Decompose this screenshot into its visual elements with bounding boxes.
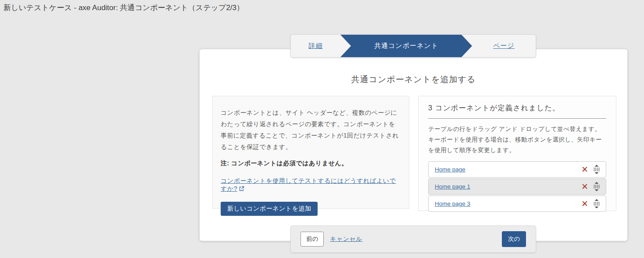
components-count-heading: 3 コンポーネントが定義されました。: [428, 103, 606, 119]
delete-component-icon[interactable]: ✕: [581, 165, 588, 174]
wizard-card: 共通コンポーネントを追加する コンポーネントとは、サイト ヘッダーなど、複数のペ…: [200, 49, 627, 241]
component-help-link[interactable]: コンポーネントを使用してテストするにはどうすればよいですか?: [221, 177, 401, 193]
wizard-footer: 前の キャンセル 次の: [290, 225, 536, 253]
page-title: 新しいテストケース - axe Auditor: 共通コンポーネント（ステップ2…: [4, 3, 244, 13]
component-row: Home page 3 ✕: [428, 196, 606, 212]
move-handle-icon[interactable]: [593, 165, 601, 174]
component-row: Home page 1 ✕: [428, 178, 606, 195]
component-description: コンポーネントとは、サイト ヘッダーなど、複数のページにわたって繰り返されるペー…: [221, 107, 401, 153]
external-link-icon: [239, 185, 244, 193]
row-actions: ✕: [581, 182, 601, 191]
delete-component-icon[interactable]: ✕: [581, 182, 588, 191]
reorder-instructions: テーブルの行をドラッグ アンド ドロップして並べ替えます。キーボードを使用する場…: [428, 124, 606, 156]
move-handle-icon[interactable]: [593, 182, 601, 191]
cancel-link[interactable]: キャンセル: [330, 235, 362, 243]
step-details-link[interactable]: 詳細: [309, 42, 323, 50]
step-common-components-current: 共通コンポーネント: [340, 35, 472, 57]
step-pages[interactable]: ページ: [472, 35, 536, 57]
wizard-stepper: 詳細 共通コンポーネント ページ: [290, 34, 536, 58]
step-details[interactable]: 詳細: [291, 35, 340, 57]
component-link[interactable]: Home page 3: [435, 200, 470, 207]
previous-button[interactable]: 前の: [301, 232, 324, 247]
row-actions: ✕: [581, 199, 601, 208]
component-link[interactable]: Home page: [435, 166, 465, 173]
help-link-text: コンポーネントを使用してテストするにはどうすればよいですか?: [221, 177, 396, 192]
step-pages-link[interactable]: ページ: [493, 42, 515, 50]
component-note: 注: コンポーネントは必須ではありません。: [221, 160, 401, 167]
step-current-label: 共通コンポーネント: [374, 42, 438, 50]
move-handle-icon[interactable]: [593, 199, 601, 208]
add-component-button[interactable]: 新しいコンポーネントを追加: [221, 202, 318, 216]
defined-components-panel: 3 コンポーネントが定義されました。 テーブルの行をドラッグ アンド ドロップし…: [418, 96, 616, 211]
row-actions: ✕: [581, 165, 601, 174]
component-row: Home page ✕: [428, 161, 606, 178]
component-link[interactable]: Home page 1: [435, 183, 470, 190]
card-heading: 共通コンポーネントを追加する: [200, 74, 627, 85]
delete-component-icon[interactable]: ✕: [581, 200, 588, 208]
next-button[interactable]: 次の: [502, 231, 526, 247]
component-info-panel: コンポーネントとは、サイト ヘッダーなど、複数のページにわたって繰り返されるペー…: [212, 96, 409, 209]
components-list: Home page ✕ Home page 1 ✕ Home: [428, 161, 606, 212]
